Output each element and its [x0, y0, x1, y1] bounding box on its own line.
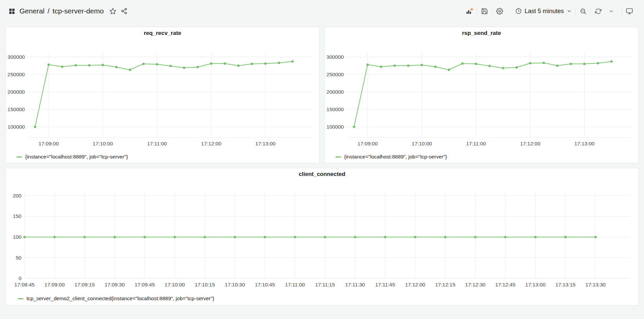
svg-text:17:09:00: 17:09:00: [44, 282, 65, 287]
legend-color-swatch[interactable]: [335, 156, 341, 157]
top-navigation-bar: General / tcp-server-demo: [0, 0, 644, 22]
clock-icon: [515, 8, 522, 14]
svg-text:17:13:00: 17:13:00: [525, 282, 546, 287]
svg-text:200000: 200000: [326, 89, 344, 95]
legend-label[interactable]: tcp_server_demo2_client_connected{instan…: [26, 295, 214, 302]
panel-title[interactable]: client_connected: [6, 168, 638, 180]
dashboards-grid-icon[interactable]: [6, 5, 17, 17]
svg-text:17:10:30: 17:10:30: [225, 282, 245, 287]
svg-text:17:08:45: 17:08:45: [14, 282, 35, 287]
zoom-out-icon: [580, 8, 587, 15]
panel-row-bottom: client_connected 05010015020017:08:4517:…: [0, 168, 644, 306]
legend: {instance="localhost:8889", job="tcp-ser…: [325, 151, 638, 160]
star-dashboard-button[interactable]: [107, 5, 118, 17]
svg-text:250000: 250000: [326, 72, 344, 77]
svg-text:17:09:00: 17:09:00: [358, 141, 378, 146]
refresh-interval-picker[interactable]: [605, 5, 617, 17]
svg-text:17:09:45: 17:09:45: [135, 282, 155, 287]
client-connected-chart[interactable]: 05010015020017:08:4517:09:0017:09:1517:0…: [6, 180, 638, 293]
save-icon: [481, 8, 488, 15]
panel-rsp-send-rate: rsp_send_rate 10000015000020000025000030…: [324, 27, 639, 163]
svg-text:17:13:30: 17:13:30: [585, 282, 606, 287]
chevron-down-icon: [609, 9, 614, 14]
svg-text:17:11:45: 17:11:45: [375, 282, 395, 287]
svg-text:300000: 300000: [326, 54, 344, 60]
breadcrumb-separator: /: [48, 7, 50, 15]
svg-text:17:10:00: 17:10:00: [165, 282, 185, 287]
req-recv-rate-chart[interactable]: 10000015000020000025000030000017:09:0017…: [6, 39, 319, 151]
svg-text:17:13:00: 17:13:00: [255, 141, 276, 146]
kiosk-mode-button[interactable]: [622, 5, 637, 17]
svg-text:17:11:15: 17:11:15: [315, 282, 335, 287]
svg-text:17:10:15: 17:10:15: [195, 282, 215, 287]
svg-text:100: 100: [13, 234, 21, 240]
svg-text:150: 150: [13, 213, 21, 219]
svg-text:17:12:00: 17:12:00: [520, 141, 541, 146]
svg-text:17:10:00: 17:10:00: [412, 141, 432, 146]
refresh-icon: [595, 8, 601, 14]
svg-text:17:12:15: 17:12:15: [435, 282, 455, 287]
svg-text:100000: 100000: [7, 124, 25, 130]
svg-text:150000: 150000: [7, 106, 25, 112]
svg-text:250000: 250000: [7, 72, 25, 77]
refresh-dashboard-button[interactable]: [591, 5, 605, 17]
chevron-down-icon: [567, 8, 572, 14]
svg-text:200000: 200000: [7, 89, 25, 95]
legend-label[interactable]: {instance="localhost:8889", job="tcp-ser…: [25, 154, 128, 160]
panel-title[interactable]: req_recv_rate: [6, 27, 319, 39]
legend-color-swatch[interactable]: [16, 156, 22, 157]
toolbar-actions: Last 5 minutes: [462, 5, 637, 17]
time-range-label: Last 5 minutes: [525, 8, 564, 15]
svg-text:17:09:00: 17:09:00: [39, 141, 59, 146]
legend-label[interactable]: {instance="localhost:8889", job="tcp-ser…: [344, 154, 447, 160]
svg-text:17:13:15: 17:13:15: [555, 282, 576, 287]
zoom-out-time-button[interactable]: [576, 5, 590, 17]
share-icon: [121, 8, 127, 14]
monitor-icon: [626, 8, 633, 15]
rsp-send-rate-chart[interactable]: 10000015000020000025000030000017:09:0017…: [325, 39, 638, 151]
breadcrumb-folder[interactable]: General: [19, 7, 45, 15]
dashboard-settings-button[interactable]: [492, 5, 507, 17]
panel-title[interactable]: rsp_send_rate: [325, 27, 638, 39]
legend: {instance="localhost:8889", job="tcp-ser…: [6, 151, 319, 160]
svg-text:17:11:30: 17:11:30: [345, 282, 365, 287]
save-dashboard-button[interactable]: [477, 5, 492, 17]
legend: tcp_server_demo2_client_connected{instan…: [6, 293, 638, 302]
svg-text:17:12:30: 17:12:30: [465, 282, 486, 287]
breadcrumb-dashboard[interactable]: tcp-server-demo: [53, 7, 104, 15]
apps-grid-icon: [8, 8, 15, 15]
svg-text:0: 0: [18, 275, 21, 281]
panel-req-recv-rate: req_recv_rate 10000015000020000025000030…: [5, 27, 320, 163]
svg-text:150000: 150000: [326, 106, 344, 112]
svg-text:17:11:00: 17:11:00: [285, 282, 305, 287]
svg-text:17:09:30: 17:09:30: [105, 282, 125, 287]
legend-color-swatch[interactable]: [18, 298, 23, 299]
panel-row-top: req_recv_rate 10000015000020000025000030…: [0, 27, 644, 163]
gear-icon: [496, 8, 503, 15]
star-icon: [109, 8, 116, 15]
svg-text:17:11:00: 17:11:00: [466, 141, 486, 146]
panel-client-connected: client_connected 05010015020017:08:4517:…: [5, 168, 639, 306]
svg-text:17:09:15: 17:09:15: [74, 282, 95, 287]
svg-text:100000: 100000: [326, 124, 344, 130]
svg-text:17:12:45: 17:12:45: [495, 282, 515, 287]
svg-text:17:10:45: 17:10:45: [255, 282, 275, 287]
time-range-picker[interactable]: Last 5 minutes: [512, 5, 575, 17]
svg-text:50: 50: [16, 255, 22, 261]
svg-text:17:12:00: 17:12:00: [201, 141, 222, 146]
share-dashboard-button[interactable]: [118, 5, 130, 17]
add-panel-button[interactable]: [462, 5, 477, 17]
add-panel-icon: [466, 7, 473, 15]
svg-text:17:11:00: 17:11:00: [147, 141, 167, 146]
svg-text:200: 200: [13, 193, 21, 198]
svg-text:17:13:00: 17:13:00: [574, 141, 595, 146]
svg-text:17:12:00: 17:12:00: [405, 282, 426, 287]
svg-text:300000: 300000: [7, 54, 25, 60]
svg-text:17:10:00: 17:10:00: [93, 141, 113, 146]
breadcrumb: General / tcp-server-demo: [19, 7, 104, 15]
